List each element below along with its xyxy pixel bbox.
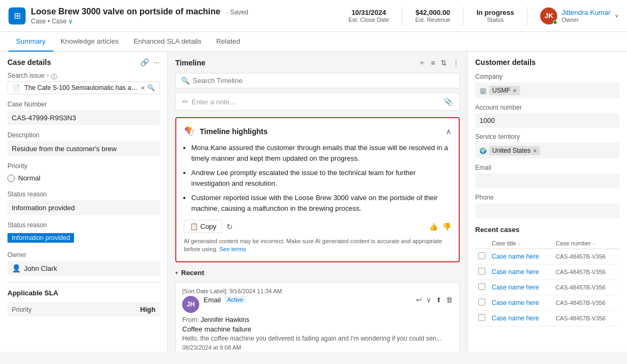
- case-number-0: CAS-48457B-V356: [552, 249, 620, 264]
- header-divider-2: [463, 6, 463, 26]
- tl-share-icon[interactable]: ⬆: [436, 296, 442, 304]
- breadcrumb-text: Case • Case: [31, 18, 67, 25]
- attach-icon[interactable]: 📎: [444, 97, 453, 106]
- copy-button[interactable]: 📋 Copy: [184, 220, 222, 233]
- tl-body: Hello, the coffee machine you delivered …: [182, 335, 453, 342]
- search-issue-input[interactable]: 📄 The Cafe S-100 Semiautomatic has air b…: [7, 81, 160, 94]
- thumbs-row: 👍 👎: [429, 222, 451, 231]
- status-reason-label-1: Status reason: [7, 191, 160, 198]
- center-panel: Timeline ＋ ≡ ⇅ ⋮ 🔍 ✏ Enter a note... 📎: [168, 52, 467, 352]
- user-chevron-icon[interactable]: ∨: [615, 13, 618, 19]
- highlight-item-1: Mona Kane assured the customer through e…: [191, 143, 451, 163]
- case-number-4: CAS-48457B-V356: [552, 311, 620, 326]
- see-terms-link[interactable]: See terms: [219, 246, 246, 252]
- email-field: Email: [475, 164, 620, 188]
- territory-tag-remove[interactable]: ✕: [533, 148, 537, 154]
- table-row: Case name here CAS-48457B-V356: [475, 264, 620, 280]
- table-row: Case name here CAS-48457B-V356: [475, 249, 620, 264]
- service-territory-field: Service territory 🌍 United States ✕: [475, 133, 620, 159]
- header-title-block: Loose Brew 3000 valve on portside of mac…: [31, 7, 248, 25]
- company-tag-remove[interactable]: ✕: [512, 88, 517, 94]
- case-title-link-1[interactable]: Case name here: [492, 268, 539, 276]
- account-number-field: Account number 1000: [475, 104, 620, 128]
- tl-from: From: Jennifer Hawkins: [182, 316, 453, 324]
- cases-col-number-header: Case number ⌄: [552, 238, 620, 249]
- tab-summary[interactable]: Summary: [9, 32, 53, 52]
- search-icon[interactable]: 🔍: [147, 84, 155, 92]
- company-doc-icon: 🏢: [479, 87, 487, 94]
- customer-details-title: Customer details: [475, 58, 620, 67]
- timeline-actions: ＋ ≡ ⇅ ⋮: [418, 58, 460, 68]
- sla-priority-value: High: [140, 305, 156, 313]
- tl-reply-icon[interactable]: ↩: [416, 296, 422, 304]
- timeline-add-icon[interactable]: ＋: [418, 58, 426, 68]
- case-number-1: CAS-48457B-V356: [552, 264, 620, 280]
- thumbs-down-button[interactable]: 👎: [442, 222, 451, 231]
- priority-radio-button[interactable]: [7, 175, 15, 182]
- cases-title-sort-icon[interactable]: ⌄: [517, 241, 522, 246]
- tl-chevron-icon[interactable]: ∨: [426, 296, 431, 304]
- territory-tag-text: United States: [492, 147, 531, 154]
- tl-from-name: Jennifer Hawkins: [201, 316, 249, 324]
- case-title: Loose Brew 3000 valve on portside of mac…: [31, 7, 221, 16]
- tab-knowledge-articles[interactable]: Knowledge articles: [53, 32, 126, 52]
- revenue-label: Est. Revenue: [415, 16, 450, 23]
- status-value: In progress: [476, 9, 514, 16]
- thumbs-up-button[interactable]: 👍: [429, 222, 438, 231]
- info-icon: ⓘ: [51, 73, 57, 81]
- timeline-filter-icon[interactable]: ≡: [431, 59, 435, 67]
- tab-enhanced-sla[interactable]: Enhanced SLA details: [126, 32, 209, 52]
- recent-chevron-icon: ▾: [175, 270, 178, 276]
- timeline-sort-icon[interactable]: ⇅: [441, 59, 447, 67]
- note-placeholder[interactable]: Enter a note...: [192, 98, 235, 106]
- highlights-collapse-icon[interactable]: ∧: [446, 127, 451, 136]
- timeline-more-icon[interactable]: ⋮: [452, 59, 460, 67]
- email-value: [475, 173, 620, 188]
- panel-link-icon[interactable]: 🔗: [140, 58, 149, 67]
- case-title-link-3[interactable]: Case name here: [492, 299, 539, 307]
- row-checkbox-0[interactable]: [478, 252, 485, 259]
- status-label: Status: [476, 16, 514, 23]
- row-checkbox-4[interactable]: [478, 314, 485, 321]
- case-title-link-0[interactable]: Case name here: [492, 253, 539, 260]
- territory-icon: 🌍: [479, 147, 487, 154]
- case-details-title: Case details: [7, 58, 51, 67]
- search-issue-value: The Cafe S-100 Semiautomatic has air bu: [25, 84, 139, 92]
- timeline-header: Timeline ＋ ≡ ⇅ ⋮: [175, 58, 460, 68]
- refresh-icon[interactable]: ↻: [226, 222, 233, 231]
- user-name: Jittendra Kumar: [561, 9, 610, 16]
- copy-label: Copy: [200, 222, 216, 230]
- tl-date: [Sort Date Label]: 9/16/2024 11:34 AM: [182, 288, 453, 294]
- header-user[interactable]: JK Jittendra Kumar Owner ∨: [540, 7, 618, 24]
- cases-number-sort-icon[interactable]: ⌄: [592, 241, 596, 246]
- row-checkbox-1[interactable]: [478, 268, 485, 275]
- tab-related[interactable]: Related: [209, 32, 248, 52]
- phone-field: Phone: [475, 194, 620, 218]
- app-icon: ⊞: [9, 7, 26, 24]
- row-checkbox-2[interactable]: [478, 283, 485, 290]
- recent-section-header[interactable]: ▾ Recent: [175, 269, 460, 277]
- tl-delete-icon[interactable]: 🗑: [446, 296, 453, 304]
- search-timeline-input[interactable]: [193, 77, 454, 85]
- priority-radio-group[interactable]: Normal: [7, 172, 160, 184]
- priority-value: Normal: [18, 174, 40, 182]
- tl-type: Email: [203, 296, 221, 304]
- sla-priority-row: Priority High: [7, 302, 160, 317]
- description-label: Description: [7, 131, 160, 139]
- breadcrumb-link[interactable]: ∨: [68, 18, 73, 25]
- copilot-icon: 🪁: [184, 126, 196, 137]
- case-number-2: CAS-48457B-V356: [552, 280, 620, 295]
- highlight-item-3: Customer reported issue with the Loose B…: [191, 193, 451, 213]
- priority-label: Priority: [7, 162, 160, 170]
- clear-search-icon[interactable]: ✕: [141, 85, 145, 91]
- panel-more-icon[interactable]: ···: [153, 58, 160, 67]
- status-meta: In progress Status: [476, 9, 514, 23]
- case-title-link-4[interactable]: Case name here: [492, 315, 539, 322]
- case-title-link-2[interactable]: Case name here: [492, 284, 539, 291]
- row-checkbox-3[interactable]: [478, 299, 485, 305]
- highlights-header: 🪁 Timeline highlights ∧: [184, 126, 451, 137]
- search-timeline-icon: 🔍: [181, 77, 190, 85]
- tl-actions: ↩ ∨ ⬆ 🗑: [416, 296, 453, 304]
- person-icon: 👤: [12, 264, 21, 272]
- header-title-row: Loose Brew 3000 valve on portside of mac…: [31, 7, 248, 16]
